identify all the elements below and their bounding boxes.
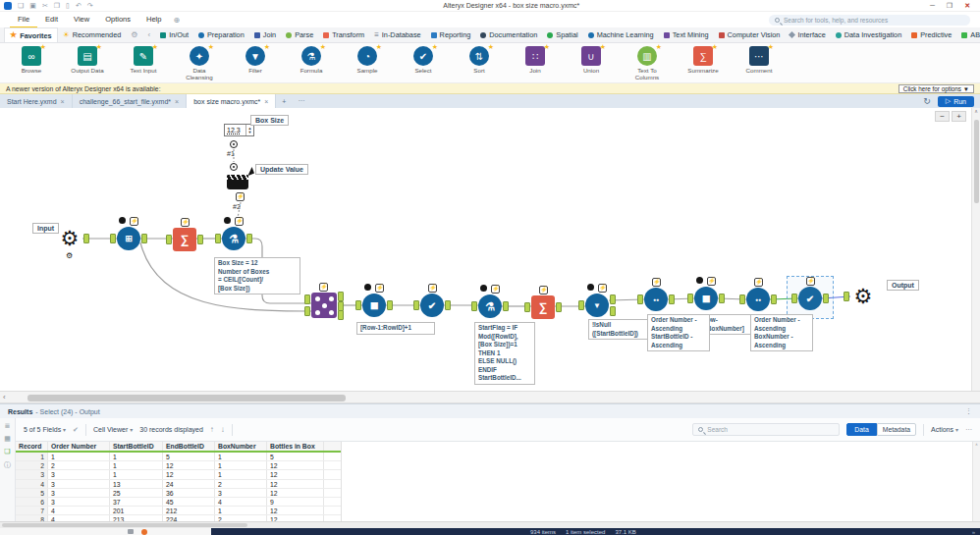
output-anchor[interactable] <box>669 294 675 304</box>
output-anchor[interactable] <box>83 234 89 243</box>
menu-edit[interactable]: Edit <box>37 12 66 28</box>
category-tab-reporting[interactable]: Reporting <box>426 27 476 42</box>
table-row[interactable]: 532536312 <box>16 489 341 498</box>
multi-row-formula-tool-2[interactable]: ⚡▦ <box>694 287 718 310</box>
app-icon[interactable] <box>4 2 12 10</box>
global-search-input[interactable]: Search for tools, help, and resources <box>769 15 970 26</box>
table-horizontal-scrollbar[interactable] <box>0 521 980 528</box>
input-anchor[interactable] <box>166 235 172 244</box>
globe-icon[interactable]: ⊕ <box>173 16 180 25</box>
canvas-horizontal-scrollbar[interactable]: ‹ <box>0 391 980 403</box>
column-header-startbottleid[interactable]: StartBottleID <box>110 442 163 451</box>
category-tab-recommended[interactable]: ☀Recommended <box>58 27 127 42</box>
join-tool[interactable]: ⚡ <box>311 293 337 318</box>
fields-dropdown[interactable]: 5 of 5 Fields ▾ <box>24 426 66 433</box>
spinner-buttons[interactable]: ▲▼ <box>246 125 253 135</box>
output-anchor[interactable] <box>610 294 616 304</box>
output-anchor[interactable] <box>771 294 777 304</box>
formula-tool-1[interactable]: ⚡⚗ <box>222 227 245 250</box>
input-anchor[interactable] <box>215 234 221 243</box>
input-anchor[interactable] <box>304 294 310 304</box>
palette-tool-summarize[interactable]: ∑★Summarize <box>681 46 725 74</box>
action-tool[interactable] <box>227 169 248 189</box>
category-tab-ab-testing[interactable]: AB Testing <box>956 27 980 42</box>
menu-file[interactable]: File <box>10 12 37 28</box>
palette-tool-comment[interactable]: ⋯★Comment <box>737 46 781 74</box>
palette-tool-text-to-columns[interactable]: ▥★Text To Columns <box>626 46 669 80</box>
doc-tab-start-here-yxmd[interactable]: Start Here.yxmd× <box>0 94 73 108</box>
workflow-canvas[interactable]: − + ∧ 12.3▲▼⚡⚙⚙⚡⊞⚡∑⚡⚗⚡⚡▦⚡✔⚡⚗⚡∑⚡▼⚡●●⚡▦⚡●●… <box>0 108 980 391</box>
save-icon[interactable]: ▣ <box>29 2 36 10</box>
scroll-up-icon[interactable]: ↑ <box>210 425 214 434</box>
ellipsis-icon[interactable]: ⋯ <box>965 426 972 434</box>
input-anchor[interactable] <box>637 294 643 304</box>
minimize-icon[interactable]: ─ <box>930 2 935 10</box>
table-row[interactable]: 22112112 <box>16 461 341 470</box>
category-tab-preparation[interactable]: Preparation <box>193 27 249 42</box>
palette-tool-output-data[interactable]: ▤★Output Data <box>66 46 109 74</box>
table-view-icon[interactable]: ▦ <box>4 435 11 443</box>
category-tab-text-mining[interactable]: Text Mining <box>659 27 714 42</box>
close-tab-icon[interactable]: × <box>175 98 179 105</box>
gear-icon[interactable]: ⚙ <box>126 27 142 42</box>
table-row[interactable]: 111515 <box>16 453 341 461</box>
scrollbar-thumb[interactable] <box>974 120 979 203</box>
formula-tool-2[interactable]: ⚡⚗ <box>478 294 502 318</box>
output-anchor[interactable] <box>823 294 829 303</box>
category-tab-favorites[interactable]: ★Favorites <box>4 27 58 42</box>
new-tab-button[interactable]: + <box>276 94 292 108</box>
sort-tool-1[interactable]: ⚡●● <box>644 288 668 311</box>
notice-options-button[interactable]: Click here for options ▼ <box>898 84 974 93</box>
numeric-updown-value[interactable]: 12.3 <box>225 125 246 135</box>
doc-tab-challenge-66-start-file-yxmd[interactable]: challenge_66_start_file.yxmd*× <box>73 94 187 108</box>
close-tab-icon[interactable]: × <box>264 98 268 105</box>
record-id-tool[interactable]: ⚡⊞ <box>117 227 140 250</box>
refresh-icon[interactable]: ↻ <box>923 96 931 106</box>
input-anchor[interactable] <box>844 292 849 301</box>
input-anchor[interactable] <box>524 302 530 312</box>
category-tab-computer-vision[interactable]: Computer Vision <box>714 27 786 42</box>
data-tab-button[interactable]: Data <box>846 423 876 436</box>
output-anchor[interactable] <box>141 234 147 243</box>
input-anchor[interactable] <box>578 300 584 310</box>
multi-row-formula-tool-1[interactable]: ⚡▦ <box>362 294 386 317</box>
output-anchor[interactable] <box>719 294 725 303</box>
column-header-order-number[interactable]: Order Number <box>48 442 110 451</box>
data-file-icon[interactable]: ❏ <box>4 448 10 455</box>
macro-input-tool[interactable]: ⚙⚙ <box>57 226 82 251</box>
select-tool-1[interactable]: ⚡✔ <box>420 294 444 317</box>
input-anchor[interactable] <box>110 234 116 243</box>
cut-icon[interactable]: ✂ <box>42 2 48 10</box>
zoom-in-button[interactable]: + <box>952 111 966 122</box>
sort-tool-2[interactable]: ⚡●● <box>746 288 770 311</box>
maximize-icon[interactable]: ❐ <box>947 2 953 10</box>
category-tab-predictive[interactable]: Predictive <box>906 27 956 42</box>
table-row[interactable]: 74201212112 <box>16 507 341 515</box>
input-anchor[interactable] <box>687 294 693 303</box>
output-anchor[interactable] <box>338 310 344 320</box>
category-tab-join[interactable]: Join <box>249 27 281 42</box>
category-tab-interface[interactable]: Interface <box>785 27 830 42</box>
action-output-anchor[interactable]: ⚡ <box>236 192 245 201</box>
doc-tab-box-size-macro-yxmc[interactable]: box size macro.yxmc*× <box>187 94 276 108</box>
taskbar-icon[interactable] <box>128 529 134 534</box>
summarize-tool-2[interactable]: ⚡∑ <box>531 295 555 319</box>
chevron-left-icon[interactable]: ‹ <box>142 27 155 42</box>
column-header-bottles-in-box[interactable]: Bottles in Box <box>267 442 324 451</box>
config-list-icon[interactable]: ≣ <box>5 422 11 430</box>
category-tab-data-investigation[interactable]: Data Investigation <box>831 27 906 42</box>
filter-tool[interactable]: ⚡▼ <box>585 294 609 317</box>
column-header-record[interactable]: Record <box>16 442 48 451</box>
table-row[interactable]: 33112112 <box>16 470 341 479</box>
category-tab-in-database[interactable]: ≡In-Database <box>369 27 425 42</box>
new-file-icon[interactable]: ❏ <box>18 2 24 10</box>
chevrons-right-icon[interactable]: » <box>972 529 980 535</box>
category-tab-parse[interactable]: Parse <box>281 27 318 42</box>
category-tab-transform[interactable]: Transform <box>318 27 369 42</box>
scroll-down-icon[interactable]: ↓ <box>221 425 225 434</box>
apply-check-icon[interactable]: ✔ <box>73 426 79 434</box>
scrollbar-thumb[interactable] <box>27 395 346 401</box>
palette-tool-select[interactable]: ✔★Select <box>402 46 445 74</box>
output-anchor[interactable] <box>338 292 344 301</box>
input-anchor[interactable] <box>304 306 310 316</box>
